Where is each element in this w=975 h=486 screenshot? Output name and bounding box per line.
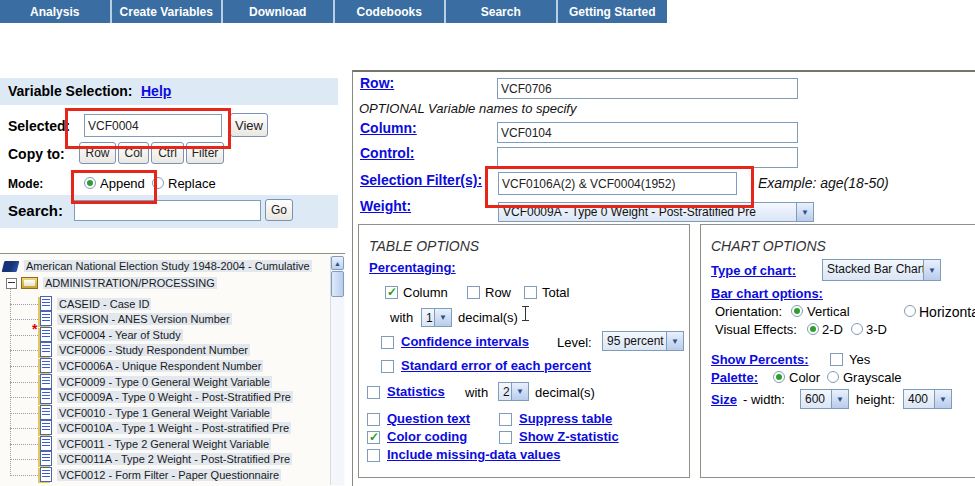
orientation-horizontal-radio[interactable] [904, 305, 916, 317]
view-button[interactable]: View [230, 113, 268, 137]
confidence-checkbox[interactable] [381, 336, 394, 349]
percentaging-link[interactable]: Percentaging: [369, 260, 456, 275]
percent-row-checkbox[interactable] [467, 286, 480, 299]
mode-append-radio[interactable] [84, 177, 96, 189]
selection-filter-link[interactable]: Selection Filter(s): [360, 172, 482, 188]
stderr-link[interactable]: Standard error of each percent [401, 358, 591, 373]
palette-color-radio[interactable] [773, 371, 785, 383]
nav-tab-search[interactable]: Search [444, 0, 556, 23]
tree-group-label: ADMINISTRATION/PROCESSING [43, 277, 217, 289]
column-input[interactable] [497, 122, 798, 143]
mode-replace-radio[interactable] [152, 177, 164, 189]
confidence-intervals-link[interactable]: Confidence intervals [401, 334, 529, 349]
show-percents-checkbox[interactable] [830, 353, 843, 366]
suppress-table-checkbox[interactable] [499, 413, 512, 426]
suppress-table-link[interactable]: Suppress table [519, 411, 612, 426]
weight-select[interactable]: VCF0009A - Type 0 Weight - Post-Stratifi… [498, 202, 814, 222]
size-link[interactable]: Size [711, 392, 737, 407]
search-input[interactable] [74, 200, 261, 221]
question-text-checkbox[interactable] [367, 413, 380, 426]
scrollbar-thumb[interactable] [331, 271, 344, 297]
color-coding-checkbox[interactable] [367, 431, 380, 444]
variable-tree: American National Election Study 1948-20… [0, 253, 345, 486]
selection-filter-input[interactable] [498, 172, 737, 195]
chart-type-select[interactable]: Stacked Bar Chart ▼ [822, 259, 941, 281]
missing-data-link[interactable]: Include missing-data values [387, 447, 560, 462]
confidence-level-select[interactable]: 95 percent ▼ [602, 331, 684, 351]
tree-group-row[interactable]: ADMINISTRATION/PROCESSING [6, 277, 217, 289]
copy-ctrl-button[interactable]: Ctrl [151, 142, 184, 164]
tree-item[interactable]: VCF0011A - Type 2 Weight - Post-Stratifi… [40, 451, 292, 466]
percent-column-checkbox[interactable] [385, 286, 398, 299]
copy-col-button[interactable]: Col [118, 142, 149, 164]
orientation-horizontal-label: Horizontal [919, 304, 975, 320]
control-input[interactable] [497, 147, 798, 168]
tree-item[interactable]: VCF0012 - Form Filter - Paper Questionna… [40, 467, 281, 482]
mode-append-option[interactable]: Append [100, 176, 145, 191]
chart-width-select[interactable]: 600 ▼ [800, 389, 849, 409]
nav-tab-analysis[interactable]: Analysis [0, 0, 110, 23]
scroll-up-icon[interactable]: ▲ [331, 256, 344, 270]
chevron-down-icon: ▼ [511, 383, 528, 400]
palette-grayscale-radio[interactable] [827, 371, 839, 383]
nav-tab-getting-started[interactable]: Getting Started [556, 0, 668, 23]
tree-item[interactable]: VCF0010 - Type 1 General Weight Variable [40, 405, 272, 420]
bar-chart-options-link[interactable]: Bar chart options: [711, 286, 823, 301]
show-zstat-link[interactable]: Show Z-statistic [519, 429, 619, 444]
tree-root-row[interactable]: American National Election Study 1948-20… [3, 260, 312, 272]
stat-decimal-select[interactable]: 2 ▼ [498, 382, 529, 401]
tree-item[interactable]: VCF0009A - Type 0 Weight - Post-Stratifi… [40, 389, 293, 404]
percent-decimal-select[interactable]: 1 ▼ [421, 308, 452, 327]
copy-row-button[interactable]: Row [79, 142, 116, 164]
chevron-down-icon: ▼ [934, 390, 951, 408]
nav-tab-create-variables[interactable]: Create Variables [110, 0, 222, 23]
effects-3d-radio[interactable] [851, 323, 863, 335]
mode-replace-option[interactable]: Replace [168, 176, 216, 191]
tree-item-label: CASEID - Case ID [57, 298, 151, 310]
weight-field-link[interactable]: Weight: [360, 198, 411, 214]
orientation-vertical-radio[interactable] [791, 305, 803, 317]
nav-tab-codebooks[interactable]: Codebooks [333, 0, 445, 23]
tree-item-selected[interactable]: * VCF0004 - Year of Study [40, 327, 183, 342]
tree-item[interactable]: VCF0006 - Study Respondent Number [40, 342, 250, 357]
show-percents-link[interactable]: Show Percents: [711, 352, 809, 367]
chart-height-select[interactable]: 400 ▼ [903, 389, 952, 409]
sda-analysis-page: Analysis Create Variables Download Codeb… [0, 0, 975, 486]
with-label: with [390, 310, 413, 325]
tree-scrollbar[interactable]: ▲ [330, 256, 344, 485]
tree-item-label: VCF0006A - Unique Respondent Number [57, 360, 263, 372]
tree-item[interactable]: VCF0010A - Type 1 Weight - Post-stratifi… [40, 420, 291, 435]
zstat-checkbox[interactable] [499, 431, 512, 444]
tree-item[interactable]: CASEID - Case ID [40, 296, 151, 311]
tree-item[interactable]: VERSION - ANES Version Number [40, 311, 232, 326]
tree-item[interactable]: VCF0009 - Type 0 General Weight Variable [40, 374, 272, 389]
selected-input[interactable] [84, 114, 222, 137]
statistics-checkbox[interactable] [367, 386, 380, 399]
tree-item[interactable]: VCF0006A - Unique Respondent Number [40, 358, 263, 373]
effects-2d-radio[interactable] [807, 323, 819, 335]
type-of-chart-link[interactable]: Type of chart: [711, 263, 796, 278]
tree-item[interactable]: VCF0011 - Type 2 General Weight Variable [40, 436, 271, 451]
row-field-link[interactable]: Row: [360, 75, 394, 91]
missing-data-checkbox[interactable] [367, 449, 380, 462]
statistics-link[interactable]: Statistics [387, 384, 445, 399]
nav-tab-download[interactable]: Download [221, 0, 333, 23]
stderr-checkbox[interactable] [381, 360, 394, 373]
row-input[interactable] [497, 78, 798, 99]
variable-doc-icon [40, 436, 52, 451]
copy-filter-button[interactable]: Filter [186, 142, 224, 164]
palette-link[interactable]: Palette: [711, 370, 758, 385]
control-field-link[interactable]: Control: [360, 145, 414, 161]
color-coding-link[interactable]: Color coding [387, 429, 467, 444]
variable-doc-icon: * [40, 327, 52, 342]
help-link[interactable]: Help [141, 83, 171, 99]
collapse-icon[interactable] [6, 278, 17, 289]
stat-with-label: with [465, 385, 488, 400]
column-field-link[interactable]: Column: [360, 120, 417, 136]
percent-total-checkbox[interactable] [524, 286, 537, 299]
question-text-link[interactable]: Question text [387, 411, 470, 426]
percent-row-label: Row [485, 285, 511, 300]
tree-item-label: VCF0004 - Year of Study [57, 329, 183, 341]
search-go-button[interactable]: Go [265, 199, 293, 221]
visual-effects-label: Visual Effects: [715, 322, 797, 337]
